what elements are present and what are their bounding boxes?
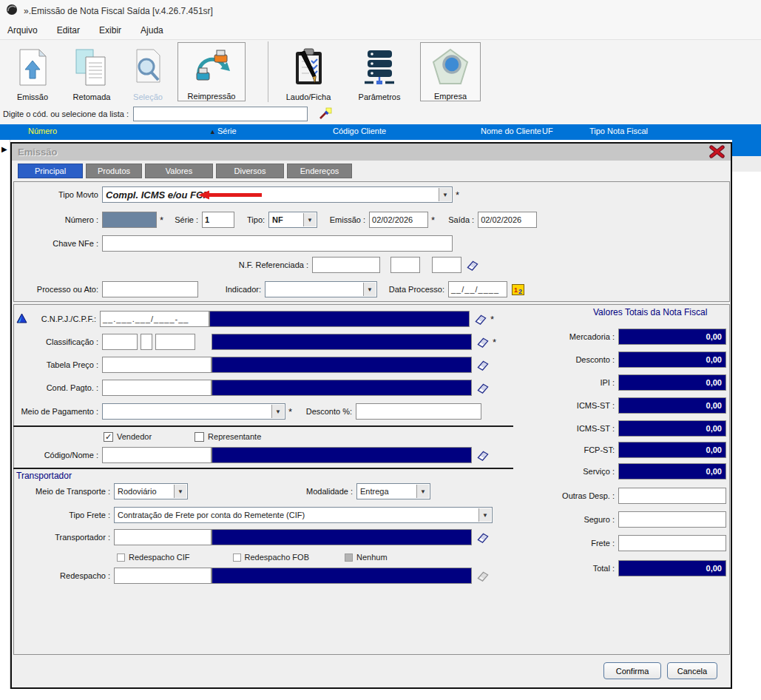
magic-wand-icon[interactable] bbox=[318, 107, 332, 121]
tipo-label: Tipo: bbox=[234, 215, 268, 224]
transportador-input[interactable] bbox=[114, 529, 212, 545]
upload-document-icon bbox=[16, 42, 49, 92]
grid-column-serie[interactable]: ▲Série bbox=[209, 127, 237, 135]
redespacho-cif-checkbox[interactable] bbox=[117, 553, 125, 562]
grid-column-uf[interactable]: UF bbox=[542, 127, 553, 135]
nf-referenciada-input-2[interactable] bbox=[390, 257, 420, 273]
modalidade-select[interactable]: Entrega bbox=[356, 483, 430, 499]
seguro-label: Seguro : bbox=[524, 515, 618, 524]
toolbar-button-emissao[interactable]: Emissão bbox=[6, 42, 59, 101]
building-globe-icon bbox=[432, 43, 469, 91]
required-asterisk: * bbox=[493, 337, 496, 348]
processo-input[interactable] bbox=[102, 281, 198, 297]
tab-bar: Principal Produtos Valores Diversos Ende… bbox=[18, 164, 352, 178]
tipo-movto-select[interactable]: Compl. ICMS e/ou FCP bbox=[102, 186, 453, 203]
open-book-icon[interactable] bbox=[466, 259, 479, 272]
open-book-icon[interactable] bbox=[476, 359, 490, 371]
menu-exibir[interactable]: Exibir bbox=[99, 25, 121, 36]
emissao-date-input[interactable]: 02/02/2026 bbox=[369, 212, 428, 228]
tab-produtos[interactable]: Produtos bbox=[86, 164, 142, 178]
printers-refresh-icon bbox=[192, 43, 231, 91]
server-stack-icon bbox=[362, 42, 397, 92]
classificacao-input-3[interactable] bbox=[155, 334, 195, 350]
indicador-select[interactable] bbox=[265, 281, 377, 297]
redespacho-input[interactable] bbox=[114, 568, 212, 584]
desconto-total-label: Desconto : bbox=[524, 355, 618, 364]
servico-label: Serviço : bbox=[524, 467, 618, 476]
toolbar-button-retomada[interactable]: Retomada bbox=[62, 42, 121, 101]
blue-triangle-icon bbox=[16, 313, 27, 325]
tab-valores[interactable]: Valores bbox=[145, 164, 213, 178]
app-icon bbox=[6, 4, 18, 18]
cnpj-input[interactable]: __.___.___/____-__ bbox=[100, 311, 209, 327]
search-document-icon bbox=[132, 42, 164, 92]
outras-desp-input[interactable] bbox=[618, 488, 726, 504]
cond-pagto-input[interactable] bbox=[102, 380, 212, 396]
open-book-icon[interactable] bbox=[476, 336, 490, 349]
chave-nfe-input[interactable] bbox=[102, 235, 453, 252]
redespacho-fob-checkbox[interactable] bbox=[233, 553, 241, 562]
tab-diversos[interactable]: Diversos bbox=[216, 164, 284, 178]
tipo-frete-select[interactable]: Contratação de Frete por conta do Remete… bbox=[114, 507, 493, 523]
cnpj-name-field bbox=[209, 311, 470, 327]
grid-column-codigo-cliente[interactable]: Código Cliente bbox=[333, 127, 386, 135]
menu-ajuda[interactable]: Ajuda bbox=[141, 25, 163, 36]
open-book-icon[interactable] bbox=[476, 382, 490, 394]
menu-arquivo[interactable]: Arquivo bbox=[7, 25, 38, 36]
grid-column-nome-cliente[interactable]: Nome do Cliente bbox=[481, 127, 541, 135]
icms-st-label: ICMS-ST : bbox=[524, 401, 618, 410]
tabela-preco-input[interactable] bbox=[102, 357, 212, 373]
tab-enderecos[interactable]: Endereços bbox=[287, 164, 352, 178]
confirma-button[interactable]: Confirma bbox=[603, 662, 661, 679]
representante-checkbox[interactable] bbox=[195, 432, 204, 442]
toolbar-button-reimpressao[interactable]: Reimpressão bbox=[177, 42, 246, 101]
emissao-label: Emissão : bbox=[317, 215, 369, 224]
calendar-123-icon[interactable]: 12 bbox=[512, 284, 524, 295]
cancela-button[interactable]: Cancela bbox=[667, 662, 717, 679]
quick-search-row: Digite o cód. ou selecione da lista : bbox=[0, 104, 761, 124]
open-book-icon[interactable] bbox=[476, 531, 490, 544]
grid-selected-row[interactable] bbox=[732, 140, 761, 156]
vendedor-checkbox[interactable]: ✓ bbox=[104, 432, 113, 442]
redespacho-cif-label: Redespacho CIF bbox=[129, 553, 190, 562]
open-book-icon[interactable] bbox=[476, 449, 490, 462]
frete-input[interactable] bbox=[618, 535, 726, 551]
menu-bar: Arquivo Editar Exibir Ajuda bbox=[0, 21, 761, 39]
nf-referenciada-input-3[interactable] bbox=[432, 257, 461, 273]
toolbar-button-empresa[interactable]: Empresa bbox=[420, 42, 481, 101]
classificacao-input-2[interactable] bbox=[141, 334, 152, 350]
desconto-input[interactable] bbox=[356, 403, 481, 420]
svg-text:2: 2 bbox=[518, 287, 522, 295]
classificacao-input-1[interactable] bbox=[102, 334, 138, 350]
data-processo-input[interactable]: __/__/____ bbox=[448, 281, 507, 297]
toolbar-button-selecao: Seleção bbox=[124, 42, 172, 101]
search-input[interactable] bbox=[133, 107, 308, 121]
window-title: ».Emissão de Nota Fiscal Saída [v.4.26.7… bbox=[24, 6, 213, 16]
toolbar-label: Reimpressão bbox=[188, 92, 236, 101]
menu-editar[interactable]: Editar bbox=[57, 25, 80, 36]
meio-pagamento-select[interactable] bbox=[102, 403, 285, 420]
meio-transporte-select[interactable]: Rodoviário bbox=[114, 483, 188, 499]
serie-input[interactable]: 1 bbox=[202, 212, 234, 228]
nenhum-checkbox[interactable] bbox=[345, 553, 353, 562]
tabela-preco-label: Tabela Preço : bbox=[13, 360, 102, 369]
toolbar-label: Empresa bbox=[434, 92, 467, 101]
fcp-st-field: 0,00 bbox=[618, 442, 726, 458]
close-x-icon[interactable] bbox=[709, 145, 725, 160]
toolbar-button-parametros[interactable]: Parâmetros bbox=[348, 42, 411, 101]
seguro-input[interactable] bbox=[618, 511, 726, 528]
grid-row[interactable] bbox=[732, 156, 761, 172]
tab-principal[interactable]: Principal bbox=[18, 164, 83, 178]
nf-referenciada-input-1[interactable] bbox=[312, 257, 380, 273]
grid-column-tipo-nota-fiscal[interactable]: Tipo Nota Fiscal bbox=[589, 127, 648, 135]
tipo-select[interactable]: NF bbox=[268, 212, 317, 228]
meio-transporte-label: Meio de Transporte : bbox=[13, 487, 114, 496]
open-book-icon[interactable] bbox=[474, 313, 487, 326]
toolbar-button-laudo-ficha[interactable]: Laudo/Ficha bbox=[275, 42, 342, 101]
saida-date-input[interactable]: 02/02/2026 bbox=[478, 212, 537, 228]
transportador-label: Transportador : bbox=[13, 533, 114, 542]
icms-st-2-field: 0,00 bbox=[618, 420, 726, 437]
codigo-nome-input[interactable] bbox=[102, 447, 212, 463]
grid-column-numero[interactable]: Número bbox=[28, 127, 57, 135]
required-asterisk: * bbox=[456, 189, 459, 201]
